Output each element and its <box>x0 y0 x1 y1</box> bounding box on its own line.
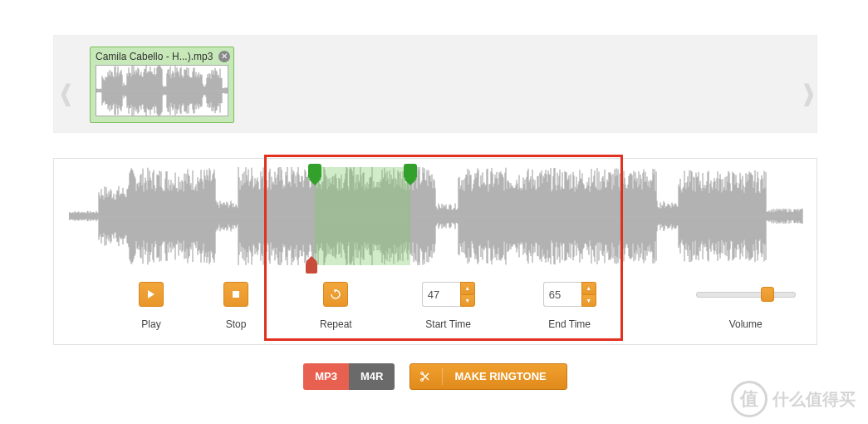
close-icon[interactable]: ✕ <box>218 51 230 62</box>
volume-track <box>696 292 796 298</box>
start-time-up[interactable]: ▲ <box>460 282 475 294</box>
play-control: Play <box>139 282 164 330</box>
end-time-down[interactable]: ▼ <box>581 294 596 308</box>
scissors-icon <box>420 372 430 382</box>
start-time-down[interactable]: ▼ <box>460 294 475 308</box>
file-name: Camila Cabello - H...).mp3 <box>96 51 228 62</box>
file-card[interactable]: ✕ Camila Cabello - H...).mp3 <box>90 47 234 123</box>
repeat-button[interactable] <box>323 282 348 307</box>
repeat-icon <box>331 289 341 299</box>
waveform-area[interactable] <box>69 167 802 265</box>
play-label: Play <box>141 318 160 330</box>
start-time-spinner: ▲ ▼ <box>422 282 475 307</box>
start-time-label: Start Time <box>425 318 471 330</box>
end-time-input[interactable] <box>543 282 581 307</box>
selection-range[interactable] <box>315 167 410 265</box>
selection-end-handle[interactable] <box>404 164 417 179</box>
end-time-up[interactable]: ▲ <box>581 282 596 294</box>
repeat-label: Repeat <box>320 318 352 330</box>
format-toggle: MP3 M4R <box>303 363 395 390</box>
make-ringtone-button[interactable]: MAKE RINGTONE <box>409 363 566 390</box>
play-button[interactable] <box>139 282 164 307</box>
stop-button[interactable] <box>223 282 248 307</box>
repeat-control: Repeat <box>320 282 352 330</box>
end-time-spinner: ▲ ▼ <box>543 282 596 307</box>
export-bar: MP3 M4R MAKE RINGTONE <box>53 357 817 395</box>
volume-thumb[interactable] <box>761 287 774 302</box>
svg-rect-1047 <box>233 291 239 298</box>
svg-marker-1046 <box>148 290 154 298</box>
start-time-input[interactable] <box>422 282 460 307</box>
controls-row: Play Stop Repeat ▲ ▼ Start Tim <box>54 282 817 340</box>
end-time-label: End Time <box>548 318 591 330</box>
waveform-editor: Play Stop Repeat ▲ ▼ Start Tim <box>53 158 817 345</box>
play-icon <box>147 290 155 298</box>
volume-label: Volume <box>729 318 763 330</box>
selection-start-handle[interactable] <box>308 164 321 179</box>
next-file-arrow[interactable]: › <box>802 57 815 124</box>
stop-icon <box>232 290 240 298</box>
volume-control: Volume <box>696 282 796 330</box>
format-m4r-button[interactable]: M4R <box>349 363 395 390</box>
format-mp3-button[interactable]: MP3 <box>303 363 349 390</box>
file-thumbnail-waveform <box>96 65 228 116</box>
volume-slider[interactable] <box>696 282 796 307</box>
stop-control: Stop <box>223 282 248 330</box>
playhead-marker[interactable] <box>306 262 317 274</box>
end-time-control: ▲ ▼ End Time <box>543 282 596 330</box>
make-ringtone-label: MAKE RINGTONE <box>454 370 546 382</box>
start-time-control: ▲ ▼ Start Time <box>422 282 475 330</box>
stop-label: Stop <box>226 318 247 330</box>
prev-file-arrow[interactable]: ‹ <box>60 57 72 124</box>
